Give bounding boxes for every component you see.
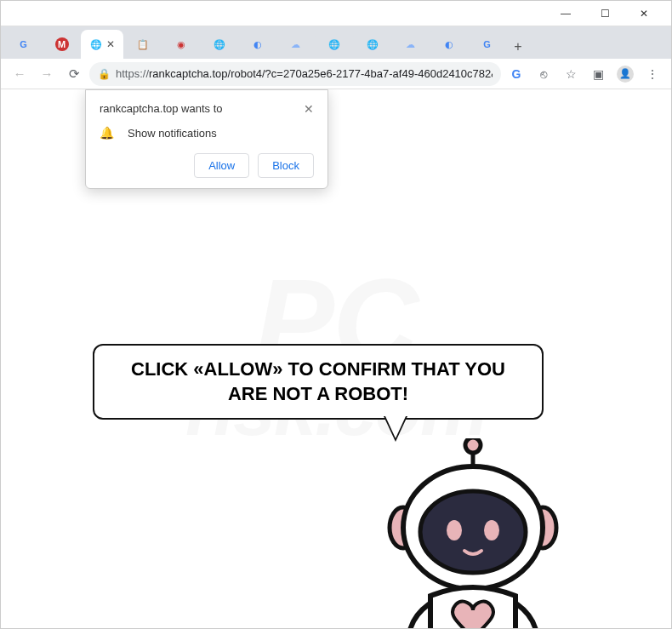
favicon-m-icon: M: [55, 37, 69, 51]
robot-illustration: [345, 438, 601, 628]
globe-icon: 🌐: [366, 37, 379, 51]
favicon-d-icon: ◉: [174, 37, 188, 51]
tab-12[interactable]: G: [468, 30, 506, 59]
svg-point-6: [447, 520, 462, 540]
url-text: https://rankcaptcha.top/robot4/?c=270a25…: [116, 67, 493, 80]
tab-active[interactable]: 🌐 ✕: [81, 30, 123, 59]
tab-0[interactable]: G: [4, 30, 43, 59]
bookmark-star-icon[interactable]: ☆: [559, 62, 583, 86]
google-search-icon[interactable]: G: [504, 62, 528, 86]
tab-10[interactable]: ☁: [391, 30, 430, 59]
svg-point-5: [420, 491, 526, 573]
permission-message: Show notifications: [128, 127, 217, 140]
tab-5[interactable]: 🌐: [200, 30, 238, 59]
favicon-cloud-icon: ☁: [289, 37, 303, 51]
menu-icon[interactable]: ⋮: [641, 62, 664, 86]
tab-strip: G M 🌐 ✕ 📋 ◉ 🌐 ◐ ☁ 🌐 🌐 ☁ ◐ G +: [1, 26, 671, 59]
favicon-google-icon: G: [481, 37, 494, 51]
minimize-button[interactable]: —: [554, 5, 578, 22]
tab-11[interactable]: ◐: [430, 30, 468, 59]
svg-point-1: [465, 438, 481, 453]
allow-button[interactable]: Allow: [194, 153, 249, 178]
maximize-button[interactable]: ☐: [593, 5, 617, 22]
extensions-icon[interactable]: ▣: [586, 62, 610, 86]
notification-permission-prompt: rankcaptcha.top wants to ✕ 🔔 Show notifi…: [85, 89, 328, 189]
browser-window: — ☐ ✕ G M 🌐 ✕ 📋 ◉ 🌐 ◐ ☁ 🌐 🌐 ☁ ◐ G + ← → …: [0, 0, 672, 629]
globe-icon: 🌐: [213, 37, 226, 51]
globe-icon: 🌐: [327, 37, 341, 51]
favicon-google-icon: G: [17, 37, 31, 51]
forward-button[interactable]: →: [35, 62, 59, 86]
favicon-c-icon: ◐: [442, 37, 456, 51]
profile-avatar[interactable]: 👤: [613, 62, 637, 86]
tab-7[interactable]: ☁: [276, 30, 315, 59]
window-titlebar: — ☐ ✕: [1, 1, 671, 26]
favicon-c-icon: ◐: [251, 37, 265, 51]
tab-close-button[interactable]: ✕: [106, 38, 115, 50]
tab-9[interactable]: 🌐: [353, 30, 391, 59]
speech-bubble: CLICK «ALLOW» TO CONFIRM THAT YOU ARE NO…: [93, 344, 544, 420]
favicon-cloud-icon: ☁: [404, 37, 418, 51]
close-icon[interactable]: ✕: [304, 102, 314, 116]
tab-8[interactable]: 🌐: [315, 30, 353, 59]
new-tab-button[interactable]: +: [506, 35, 530, 59]
permission-title: rankcaptcha.top wants to: [100, 102, 223, 115]
window-controls: — ☐ ✕: [554, 5, 671, 22]
reload-button[interactable]: ⟳: [62, 62, 86, 86]
toolbar: ← → ⟳ 🔒 https://rankcaptcha.top/robot4/?…: [1, 59, 671, 89]
share-icon[interactable]: ⎋: [532, 62, 555, 86]
favicon-t-icon: 📋: [136, 37, 150, 51]
page-content: PC risk.com rankcaptcha.top wants to ✕ 🔔…: [1, 89, 671, 628]
tab-1[interactable]: M: [43, 30, 81, 59]
tab-6[interactable]: ◐: [238, 30, 276, 59]
tab-4[interactable]: ◉: [162, 30, 200, 59]
block-button[interactable]: Block: [258, 153, 314, 178]
lock-icon: 🔒: [98, 68, 111, 80]
address-bar[interactable]: 🔒 https://rankcaptcha.top/robot4/?c=270a…: [89, 62, 501, 86]
speech-text: CLICK «ALLOW» TO CONFIRM THAT YOU ARE NO…: [131, 358, 505, 404]
tab-3[interactable]: 📋: [123, 30, 162, 59]
close-window-button[interactable]: ✕: [632, 5, 656, 22]
globe-icon: 🌐: [89, 37, 103, 51]
bell-icon: 🔔: [100, 126, 114, 140]
svg-point-7: [484, 520, 499, 540]
back-button[interactable]: ←: [8, 62, 31, 86]
